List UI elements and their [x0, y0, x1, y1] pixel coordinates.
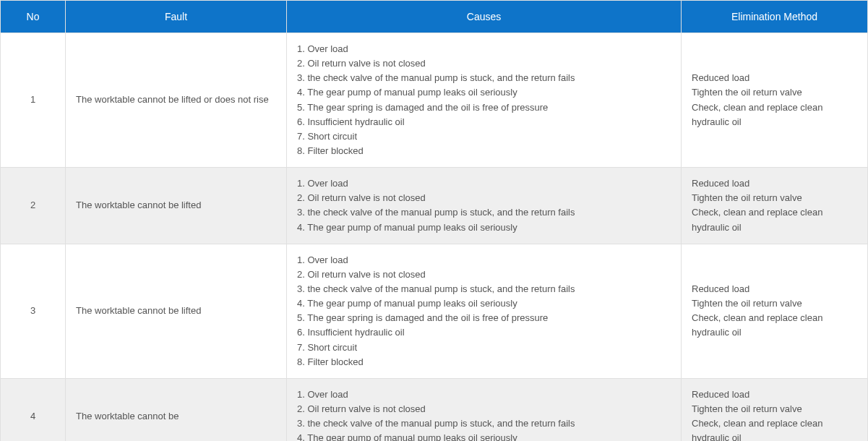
cell-no: 4	[1, 378, 66, 441]
header-no: No	[1, 1, 66, 33]
cell-causes: 1. Over load2. Oil return valve is not c…	[287, 33, 682, 168]
cell-elim: Reduced loadTighten the oil return valve…	[682, 244, 868, 378]
cell-no: 1	[1, 33, 66, 168]
cell-causes: 1. Over load2. Oil return valve is not c…	[287, 378, 682, 441]
table-row: 4 The worktable cannot be 1. Over load2.…	[1, 378, 868, 441]
cell-no: 2	[1, 168, 66, 244]
cell-fault: The worktable cannot be lifted or does n…	[66, 33, 287, 168]
fault-table: No Fault Causes Elimination Method 1 The…	[0, 0, 868, 441]
table-row: 3 The worktable cannot be lifted 1. Over…	[1, 244, 868, 378]
cell-elim: Reduced loadTighten the oil return valve…	[682, 33, 868, 168]
cell-fault: The worktable cannot be lifted	[66, 244, 287, 378]
table-row: 2 The worktable cannot be lifted 1. Over…	[1, 168, 868, 244]
cell-no: 3	[1, 244, 66, 378]
cell-causes: 1. Over load2. Oil return valve is not c…	[287, 168, 682, 244]
table-row: 1 The worktable cannot be lifted or does…	[1, 33, 868, 168]
header-elim: Elimination Method	[682, 1, 868, 33]
table-header-row: No Fault Causes Elimination Method	[1, 1, 868, 33]
cell-fault: The worktable cannot be lifted	[66, 168, 287, 244]
cell-fault: The worktable cannot be	[66, 378, 287, 441]
header-fault: Fault	[66, 1, 287, 33]
cell-elim: Reduced loadTighten the oil return valve…	[682, 168, 868, 244]
cell-causes: 1. Over load2. Oil return valve is not c…	[287, 244, 682, 378]
cell-elim: Reduced loadTighten the oil return valve…	[682, 378, 868, 441]
header-causes: Causes	[287, 1, 682, 33]
